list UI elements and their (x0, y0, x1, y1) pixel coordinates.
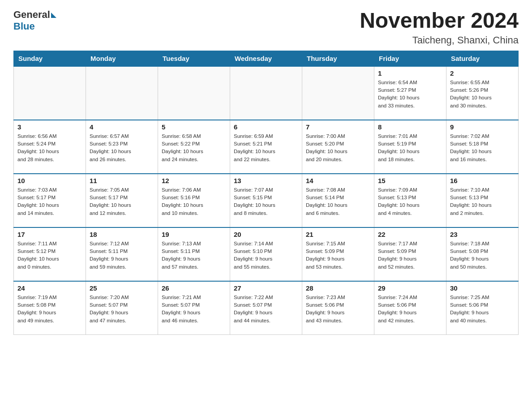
day-number: 4 (90, 123, 154, 131)
day-info: Sunrise: 7:19 AMSunset: 5:08 PMDaylight:… (17, 294, 82, 325)
calendar-header-row: SundayMondayTuesdayWednesdayThursdayFrid… (14, 51, 519, 66)
day-info: Sunrise: 6:58 AMSunset: 5:22 PMDaylight:… (162, 133, 226, 163)
calendar-cell: 18Sunrise: 7:12 AMSunset: 5:11 PMDayligh… (86, 227, 158, 281)
calendar-cell: 16Sunrise: 7:10 AMSunset: 5:13 PMDayligh… (446, 174, 519, 227)
week-row-3: 10Sunrise: 7:03 AMSunset: 5:17 PMDayligh… (14, 174, 519, 227)
title-block: November 2024 Taicheng, Shanxi, China (360, 9, 519, 46)
day-number: 23 (450, 231, 515, 238)
day-number: 27 (234, 284, 298, 292)
day-info: Sunrise: 7:13 AMSunset: 5:11 PMDaylight:… (162, 240, 226, 271)
day-info: Sunrise: 7:24 AMSunset: 5:06 PMDaylight:… (378, 294, 442, 325)
day-number: 6 (234, 123, 298, 131)
day-number: 12 (162, 177, 226, 184)
calendar-cell: 1Sunrise: 6:54 AMSunset: 5:27 PMDaylight… (374, 66, 446, 120)
calendar-cell: 26Sunrise: 7:21 AMSunset: 5:07 PMDayligh… (158, 281, 230, 335)
calendar-cell: 14Sunrise: 7:08 AMSunset: 5:14 PMDayligh… (302, 174, 374, 227)
calendar-cell: 22Sunrise: 7:17 AMSunset: 5:09 PMDayligh… (374, 227, 446, 281)
day-info: Sunrise: 6:55 AMSunset: 5:26 PMDaylight:… (450, 79, 515, 110)
day-info: Sunrise: 7:08 AMSunset: 5:14 PMDaylight:… (306, 186, 370, 217)
day-info: Sunrise: 7:11 AMSunset: 5:12 PMDaylight:… (17, 240, 82, 271)
calendar-cell: 17Sunrise: 7:11 AMSunset: 5:12 PMDayligh… (14, 227, 86, 281)
day-info: Sunrise: 6:54 AMSunset: 5:27 PMDaylight:… (378, 79, 442, 110)
day-number: 28 (306, 284, 370, 292)
calendar-cell: 21Sunrise: 7:15 AMSunset: 5:09 PMDayligh… (302, 227, 374, 281)
calendar-cell: 2Sunrise: 6:55 AMSunset: 5:26 PMDaylight… (446, 66, 519, 120)
calendar-title: November 2024 (360, 9, 519, 33)
calendar-cell (14, 66, 86, 120)
day-number: 17 (17, 231, 82, 238)
logo-arrow-icon (51, 13, 56, 18)
week-row-5: 24Sunrise: 7:19 AMSunset: 5:08 PMDayligh… (14, 281, 519, 335)
day-info: Sunrise: 7:12 AMSunset: 5:11 PMDaylight:… (90, 240, 154, 271)
calendar-cell: 11Sunrise: 7:05 AMSunset: 5:17 PMDayligh… (86, 174, 158, 227)
calendar-cell: 19Sunrise: 7:13 AMSunset: 5:11 PMDayligh… (158, 227, 230, 281)
day-info: Sunrise: 7:03 AMSunset: 5:17 PMDaylight:… (17, 186, 82, 217)
day-info: Sunrise: 7:21 AMSunset: 5:07 PMDaylight:… (162, 294, 226, 325)
day-info: Sunrise: 7:07 AMSunset: 5:15 PMDaylight:… (234, 186, 298, 217)
day-number: 3 (17, 123, 82, 131)
calendar-subtitle: Taicheng, Shanxi, China (360, 34, 519, 46)
calendar-cell: 13Sunrise: 7:07 AMSunset: 5:15 PMDayligh… (230, 174, 302, 227)
calendar-table: SundayMondayTuesdayWednesdayThursdayFrid… (13, 51, 519, 335)
day-info: Sunrise: 7:22 AMSunset: 5:07 PMDaylight:… (234, 294, 298, 325)
day-info: Sunrise: 7:17 AMSunset: 5:09 PMDaylight:… (378, 240, 442, 271)
calendar-cell: 3Sunrise: 6:56 AMSunset: 5:24 PMDaylight… (14, 120, 86, 174)
day-info: Sunrise: 6:57 AMSunset: 5:23 PMDaylight:… (90, 133, 154, 163)
week-row-4: 17Sunrise: 7:11 AMSunset: 5:12 PMDayligh… (14, 227, 519, 281)
calendar-cell: 20Sunrise: 7:14 AMSunset: 5:10 PMDayligh… (230, 227, 302, 281)
calendar-cell: 8Sunrise: 7:01 AMSunset: 5:19 PMDaylight… (374, 120, 446, 174)
day-number: 18 (90, 231, 154, 238)
day-info: Sunrise: 7:06 AMSunset: 5:16 PMDaylight:… (162, 186, 226, 217)
day-info: Sunrise: 7:15 AMSunset: 5:09 PMDaylight:… (306, 240, 370, 271)
day-number: 9 (450, 123, 515, 131)
day-info: Sunrise: 7:05 AMSunset: 5:17 PMDaylight:… (90, 186, 154, 217)
calendar-cell: 9Sunrise: 7:02 AMSunset: 5:18 PMDaylight… (446, 120, 519, 174)
calendar-cell: 23Sunrise: 7:18 AMSunset: 5:08 PMDayligh… (446, 227, 519, 281)
header-wednesday: Wednesday (230, 51, 302, 66)
calendar-cell: 7Sunrise: 7:00 AMSunset: 5:20 PMDaylight… (302, 120, 374, 174)
day-number: 22 (378, 231, 442, 238)
day-number: 13 (234, 177, 298, 184)
day-number: 16 (450, 177, 515, 184)
header-thursday: Thursday (302, 51, 374, 66)
week-row-2: 3Sunrise: 6:56 AMSunset: 5:24 PMDaylight… (14, 120, 519, 174)
day-info: Sunrise: 7:18 AMSunset: 5:08 PMDaylight:… (450, 240, 515, 271)
day-number: 7 (306, 123, 370, 131)
calendar-cell: 24Sunrise: 7:19 AMSunset: 5:08 PMDayligh… (14, 281, 86, 335)
day-number: 19 (162, 231, 226, 238)
week-row-1: 1Sunrise: 6:54 AMSunset: 5:27 PMDaylight… (14, 66, 519, 120)
calendar-cell: 30Sunrise: 7:25 AMSunset: 5:06 PMDayligh… (446, 281, 519, 335)
calendar-cell (230, 66, 302, 120)
day-number: 2 (450, 69, 515, 77)
calendar-cell: 25Sunrise: 7:20 AMSunset: 5:07 PMDayligh… (86, 281, 158, 335)
calendar-cell: 5Sunrise: 6:58 AMSunset: 5:22 PMDaylight… (158, 120, 230, 174)
header-friday: Friday (374, 51, 446, 66)
day-number: 10 (17, 177, 82, 184)
day-number: 5 (162, 123, 226, 131)
calendar-cell: 10Sunrise: 7:03 AMSunset: 5:17 PMDayligh… (14, 174, 86, 227)
day-info: Sunrise: 7:23 AMSunset: 5:06 PMDaylight:… (306, 294, 370, 325)
calendar-cell: 29Sunrise: 7:24 AMSunset: 5:06 PMDayligh… (374, 281, 446, 335)
day-info: Sunrise: 6:59 AMSunset: 5:21 PMDaylight:… (234, 133, 298, 163)
day-info: Sunrise: 7:25 AMSunset: 5:06 PMDaylight:… (450, 294, 515, 325)
day-number: 26 (162, 284, 226, 292)
header-saturday: Saturday (446, 51, 519, 66)
day-info: Sunrise: 7:09 AMSunset: 5:13 PMDaylight:… (378, 186, 442, 217)
day-number: 1 (378, 69, 442, 77)
page-header: General Blue November 2024 Taicheng, Sha… (13, 9, 519, 46)
calendar-cell: 6Sunrise: 6:59 AMSunset: 5:21 PMDaylight… (230, 120, 302, 174)
calendar-cell: 12Sunrise: 7:06 AMSunset: 5:16 PMDayligh… (158, 174, 230, 227)
day-info: Sunrise: 6:56 AMSunset: 5:24 PMDaylight:… (17, 133, 82, 163)
day-number: 11 (90, 177, 154, 184)
logo: General Blue (13, 9, 56, 32)
day-number: 21 (306, 231, 370, 238)
day-info: Sunrise: 7:01 AMSunset: 5:19 PMDaylight:… (378, 133, 442, 163)
calendar-cell (302, 66, 374, 120)
calendar-cell: 28Sunrise: 7:23 AMSunset: 5:06 PMDayligh… (302, 281, 374, 335)
logo-blue-text: Blue (13, 21, 56, 32)
calendar-cell (158, 66, 230, 120)
calendar-cell (86, 66, 158, 120)
day-number: 25 (90, 284, 154, 292)
day-number: 30 (450, 284, 515, 292)
day-number: 8 (378, 123, 442, 131)
